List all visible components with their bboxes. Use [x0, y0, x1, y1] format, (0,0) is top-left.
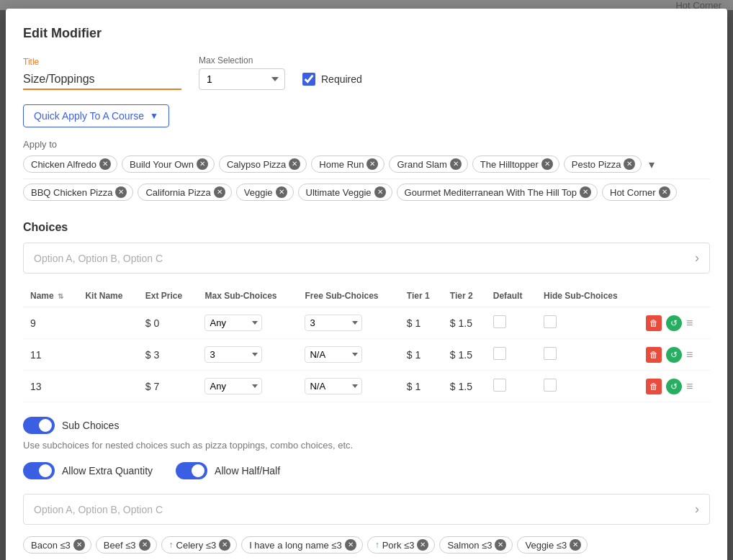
tag-close-icon[interactable]: ✕: [495, 539, 506, 551]
modal-title: Edit Modifier: [23, 26, 710, 41]
extra-toggles-row: Allow Extra Quantity Allow Half/Half: [23, 462, 710, 479]
col-kit-name: Kit Name: [78, 285, 138, 307]
tag-close-icon[interactable]: ✕: [570, 539, 581, 551]
max-sub-select[interactable]: Any123: [204, 315, 262, 331]
tag-close-icon[interactable]: ✕: [73, 539, 85, 551]
max-selection-select[interactable]: 1 2 3 Any: [199, 68, 285, 90]
cell-tier2: $ 1.5: [443, 339, 486, 371]
free-sub-select[interactable]: N/A123: [305, 346, 362, 363]
row-menu-icon[interactable]: ≡: [686, 380, 693, 393]
cell-hide-sub[interactable]: [536, 307, 639, 339]
row-actions: 🗑 ↺ ≡: [646, 347, 703, 363]
cell-name: 11: [23, 339, 78, 371]
tag-gourmet-med[interactable]: Gourmet Mediterranean With The Hill Top …: [397, 184, 598, 201]
row-menu-icon[interactable]: ≡: [686, 317, 693, 330]
allow-extra-qty-toggle[interactable]: [23, 462, 55, 479]
copy-row-button[interactable]: ↺: [666, 347, 682, 363]
allow-half-half-toggle[interactable]: [176, 462, 207, 479]
sub-choices-toggle[interactable]: [23, 417, 55, 434]
cell-free-sub[interactable]: N/A123: [297, 339, 399, 371]
tag-close-icon[interactable]: ✕: [624, 158, 635, 170]
max-sub-select[interactable]: Any123: [204, 378, 262, 394]
delete-row-button[interactable]: 🗑: [646, 315, 662, 331]
choices-table: Name ⇅ Kit Name Ext Price Max Sub-Choice…: [23, 285, 710, 402]
tag-grand-slam[interactable]: Grand Slam ✕: [389, 155, 467, 173]
tag-close-icon[interactable]: ✕: [197, 158, 208, 170]
cell-hide-sub[interactable]: [536, 339, 639, 371]
bottom-tags-row: Bacon ≤3 ✕ Beef ≤3 ✕ ↑ Celery ≤3 ✕ I hav…: [23, 536, 710, 554]
copy-row-button[interactable]: ↺: [666, 315, 682, 331]
quick-apply-chevron-icon: ▼: [150, 111, 158, 121]
cell-default[interactable]: [486, 307, 536, 339]
cell-free-sub[interactable]: N/A123: [297, 371, 399, 402]
max-sub-select[interactable]: 3Any12: [204, 346, 262, 363]
tag-california-pizza[interactable]: California Pizza ✕: [138, 184, 231, 201]
cell-default[interactable]: [486, 339, 536, 371]
copy-row-button[interactable]: ↺: [666, 379, 682, 394]
tag-close-icon[interactable]: ✕: [289, 158, 300, 170]
tag-celery[interactable]: ↑ Celery ≤3 ✕: [161, 536, 238, 554]
cell-kit-name: [78, 307, 138, 339]
tag-ultimate-veggie[interactable]: Ultimate Veggie ✕: [298, 184, 392, 201]
cell-hide-sub[interactable]: [536, 371, 639, 402]
tag-pork[interactable]: ↑ Pork ≤3 ✕: [367, 536, 436, 554]
tag-close-icon[interactable]: ✕: [417, 539, 428, 551]
tag-home-run[interactable]: Home Run ✕: [311, 155, 385, 173]
up-arrow-icon: ↑: [375, 540, 379, 550]
tag-close-icon[interactable]: ✕: [99, 158, 111, 170]
cell-tier1: $ 1: [400, 339, 443, 371]
tag-close-icon[interactable]: ✕: [659, 186, 670, 198]
sub-choices-description: Use subchoices for nested choices such a…: [23, 440, 710, 451]
cell-max-sub[interactable]: Any123: [197, 307, 297, 339]
row-menu-icon[interactable]: ≡: [686, 348, 693, 361]
tag-veggie[interactable]: Veggie ✕: [236, 184, 294, 201]
cell-free-sub[interactable]: 3N/A12: [297, 307, 399, 339]
tag-close-icon[interactable]: ✕: [214, 186, 225, 198]
tag-beef[interactable]: Beef ≤3 ✕: [96, 536, 157, 554]
quick-apply-button[interactable]: Quick Apply To A Course ▼: [23, 104, 169, 127]
free-sub-select[interactable]: 3N/A12: [305, 315, 362, 331]
col-hide-sub: Hide Sub-Choices: [536, 285, 639, 307]
tag-close-icon[interactable]: ✕: [374, 186, 386, 198]
tag-close-icon[interactable]: ✕: [580, 186, 591, 198]
choices-section-title: Choices: [23, 221, 710, 234]
delete-row-button[interactable]: 🗑: [646, 379, 662, 394]
cell-max-sub[interactable]: 3Any12: [197, 339, 297, 371]
free-sub-select[interactable]: N/A123: [305, 378, 362, 394]
tag-close-icon[interactable]: ✕: [219, 539, 230, 551]
tag-close-icon[interactable]: ✕: [366, 158, 378, 170]
tag-veggie-bottom[interactable]: Veggie ≤3 ✕: [517, 536, 588, 554]
tag-hot-corner[interactable]: Hot Corner ✕: [602, 184, 677, 201]
tag-close-icon[interactable]: ✕: [345, 539, 356, 551]
required-checkbox[interactable]: [302, 73, 315, 86]
col-tier2: Tier 2: [443, 285, 486, 307]
tag-close-icon[interactable]: ✕: [139, 539, 150, 551]
col-tier1: Tier 1: [400, 285, 443, 307]
tag-chicken-alfredo[interactable]: Chicken Alfredo ✕: [23, 155, 117, 173]
tag-close-icon[interactable]: ✕: [541, 158, 553, 170]
allow-half-half-label: Allow Half/Half: [215, 465, 280, 477]
col-free-sub: Free Sub-Choices: [297, 285, 399, 307]
tag-salmon[interactable]: Salmon ≤3 ✕: [439, 536, 513, 554]
sub-choices-input-row[interactable]: Option A, Option B, Option C ›: [23, 494, 710, 525]
title-input[interactable]: [23, 70, 181, 90]
tag-close-icon[interactable]: ✕: [450, 158, 462, 170]
tag-calypso-pizza[interactable]: Calypso Pizza ✕: [219, 155, 307, 173]
tags-dropdown-icon[interactable]: ▾: [649, 158, 655, 171]
tag-the-hilltopper[interactable]: The Hilltopper ✕: [472, 155, 559, 173]
tag-close-icon[interactable]: ✕: [115, 186, 127, 198]
tag-bbq-chicken[interactable]: BBQ Chicken Pizza ✕: [23, 184, 133, 201]
cell-ext-price: $ 7: [138, 371, 198, 402]
choices-chevron-right-icon: ›: [695, 250, 699, 266]
tag-long-name[interactable]: I have a long name ≤3 ✕: [241, 536, 363, 554]
cell-default[interactable]: [486, 371, 536, 402]
delete-row-button[interactable]: 🗑: [646, 347, 662, 363]
tag-build-your-own[interactable]: Build Your Own ✕: [122, 155, 215, 173]
tag-pesto-pizza[interactable]: Pesto Pizza ✕: [564, 155, 642, 173]
tag-close-icon[interactable]: ✕: [276, 186, 287, 198]
col-max-sub: Max Sub-Choices: [197, 285, 297, 307]
sort-icon[interactable]: ⇅: [58, 292, 63, 300]
cell-max-sub[interactable]: Any123: [197, 371, 297, 402]
choices-input-row[interactable]: Option A, Option B, Option C ›: [23, 243, 710, 274]
tag-bacon[interactable]: Bacon ≤3 ✕: [23, 536, 91, 554]
